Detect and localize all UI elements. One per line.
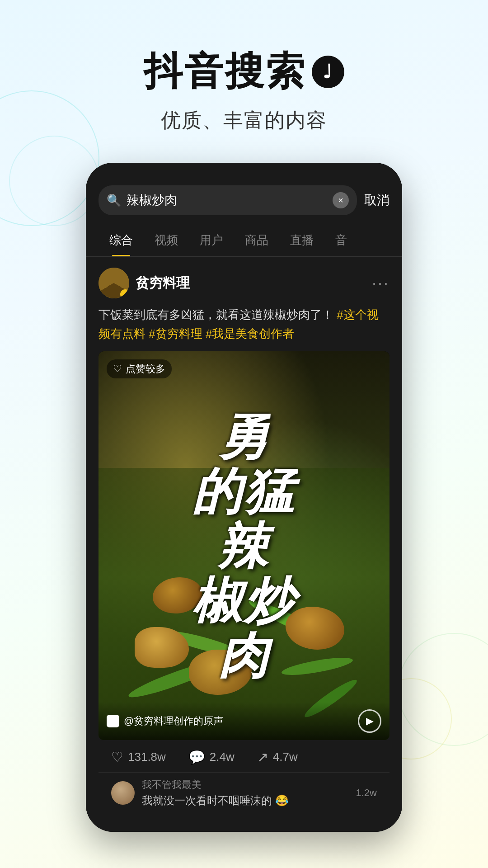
cancel-button[interactable]: 取消 bbox=[364, 192, 389, 209]
comments-count: 2.4w bbox=[210, 750, 235, 764]
comment-text: 我就没一次看时不咽唾沫的 😂 bbox=[142, 793, 349, 808]
author-info: ✓ 贫穷料理 bbox=[99, 268, 190, 298]
verified-badge: ✓ bbox=[120, 289, 129, 298]
video-thumbnail[interactable]: 勇的猛辣椒炒肉 ♡ 点赞较多 ♩ @贫穷料理创作的原声 bbox=[99, 351, 389, 740]
more-options-button[interactable]: ··· bbox=[372, 274, 389, 292]
tiktok-logo-icon: ♩ bbox=[312, 56, 344, 88]
hashtag-2[interactable]: #贫穷料理 bbox=[149, 327, 202, 340]
tab-user[interactable]: 用户 bbox=[189, 224, 234, 256]
comments-stat[interactable]: 💬 2.4w bbox=[188, 749, 235, 765]
video-text-overlay: 勇的猛辣椒炒肉 bbox=[99, 351, 389, 740]
comment-preview: 我不管我最美 我就没一次看时不咽唾沫的 😂 1.2w bbox=[99, 772, 389, 813]
main-title-container: 抖音搜索 ♩ bbox=[0, 45, 488, 98]
commenter-name: 我不管我最美 bbox=[142, 778, 349, 792]
commenter-avatar bbox=[111, 781, 135, 805]
clear-icon: × bbox=[338, 195, 343, 206]
comment-content: 我不管我最美 我就没一次看时不咽唾沫的 😂 bbox=[142, 778, 349, 808]
tab-audio[interactable]: 音 bbox=[324, 224, 358, 256]
shares-stat[interactable]: ↗ 4.7w bbox=[257, 749, 298, 765]
author-avatar: ✓ bbox=[99, 268, 129, 298]
comment-count: 1.2w bbox=[356, 787, 377, 799]
likes-badge: ♡ 点赞较多 bbox=[107, 359, 172, 378]
clear-search-button[interactable]: × bbox=[333, 192, 349, 208]
post-description: 下饭菜到底有多凶猛，就看这道辣椒炒肉了！ #这个视频有点料 #贫穷料理 #我是美… bbox=[99, 306, 389, 343]
video-background: 勇的猛辣椒炒肉 bbox=[99, 351, 389, 740]
tab-video[interactable]: 视频 bbox=[144, 224, 189, 256]
tabs-nav: 综合 视频 用户 商品 直播 音 bbox=[86, 224, 402, 257]
content-area: ✓ 贫穷料理 ··· 下饭菜到底有多凶猛，就看这道辣椒炒肉了！ #这个视频有点料… bbox=[86, 257, 402, 832]
likes-badge-text: 点赞较多 bbox=[126, 362, 165, 376]
audio-text: @贫穷料理创作的原声 bbox=[124, 714, 223, 728]
audio-info: ♩ @贫穷料理创作的原声 bbox=[107, 714, 223, 728]
search-input-box[interactable]: 🔍 辣椒炒肉 × bbox=[99, 185, 357, 215]
search-query-text: 辣椒炒肉 bbox=[127, 192, 327, 209]
phone-mockup: 🔍 辣椒炒肉 × 取消 综合 视频 用户 商品 直播 bbox=[86, 163, 402, 832]
share-stat-icon: ↗ bbox=[257, 749, 268, 765]
header-section: 抖音搜索 ♩ 优质、丰富的内容 bbox=[0, 0, 488, 134]
search-bar-area: 🔍 辣椒炒肉 × 取消 bbox=[86, 163, 402, 224]
stats-row: ♡ 131.8w 💬 2.4w ↗ 4.7w bbox=[99, 740, 389, 772]
phone-screen: 🔍 辣椒炒肉 × 取消 综合 视频 用户 商品 直播 bbox=[86, 163, 402, 832]
subtitle-text: 优质、丰富的内容 bbox=[0, 107, 488, 134]
hashtag-3[interactable]: #我是美食创作者 bbox=[206, 327, 294, 340]
search-icon: 🔍 bbox=[107, 193, 121, 208]
main-title-text: 抖音搜索 bbox=[144, 45, 306, 98]
author-name[interactable]: 贫穷料理 bbox=[136, 274, 190, 292]
tiktok-small-icon: ♩ bbox=[107, 715, 119, 727]
post-description-text: 下饭菜到底有多凶猛，就看这道辣椒炒肉了！ bbox=[99, 308, 333, 321]
tab-comprehensive[interactable]: 综合 bbox=[99, 224, 144, 256]
tab-product[interactable]: 商品 bbox=[234, 224, 279, 256]
likes-stat[interactable]: ♡ 131.8w bbox=[111, 749, 166, 765]
comment-stat-icon: 💬 bbox=[188, 749, 205, 765]
heart-stat-icon: ♡ bbox=[111, 749, 123, 765]
post-header: ✓ 贫穷料理 ··· bbox=[99, 268, 389, 298]
likes-count: 131.8w bbox=[128, 750, 166, 764]
post-card: ✓ 贫穷料理 ··· 下饭菜到底有多凶猛，就看这道辣椒炒肉了！ #这个视频有点料… bbox=[86, 257, 402, 813]
play-button[interactable]: ▶ bbox=[358, 709, 381, 733]
heart-icon: ♡ bbox=[113, 363, 122, 375]
tab-live[interactable]: 直播 bbox=[279, 224, 324, 256]
video-bottom-bar: ♩ @贫穷料理创作的原声 ▶ bbox=[99, 702, 389, 740]
video-overlay-text: 勇的猛辣椒炒肉 bbox=[192, 409, 296, 683]
shares-count: 4.7w bbox=[273, 750, 298, 764]
